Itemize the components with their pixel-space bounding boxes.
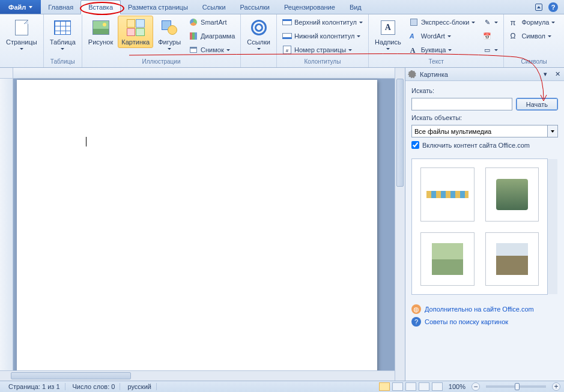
include-office-checkbox[interactable]: Включить контент сайта Office.com [411, 141, 558, 149]
link-more-office[interactable]: ◍Дополнительно на сайте Office.com [411, 304, 558, 314]
view-fullscreen-button[interactable] [392, 382, 403, 391]
screenshot-button[interactable]: Снимок [186, 43, 238, 56]
footer-button[interactable]: Нижний колонтитул [279, 29, 366, 43]
smartart-icon [190, 19, 197, 26]
smartart-button[interactable]: SmartArt [186, 16, 238, 29]
help-icon: ? [411, 317, 421, 327]
workspace: Картинка ▾ ✕ Искать: Начать Искать объек… [0, 68, 564, 381]
chevron-down-icon [547, 125, 557, 137]
tab-insert[interactable]: Вставка [80, 0, 121, 14]
picture-icon [92, 20, 109, 35]
chart-icon [190, 32, 197, 40]
include-office-checkbox-input[interactable] [411, 141, 419, 149]
chart-button[interactable]: Диаграмма [186, 29, 238, 43]
group-links: Ссылки [241, 14, 277, 67]
pagenumber-icon: # [283, 46, 291, 54]
clipart-result-item[interactable] [420, 232, 475, 286]
zoom-level[interactable]: 100% [449, 383, 465, 390]
status-words[interactable]: Число слов: 0 [68, 383, 121, 390]
group-label [2, 57, 41, 66]
zoom-in-button[interactable]: + [552, 382, 560, 391]
horizontal-ruler[interactable] [13, 68, 405, 79]
vertical-scrollbar[interactable] [395, 68, 405, 381]
ruler-corner [0, 68, 13, 79]
group-label: Текст [371, 57, 501, 66]
group-label: Символы [506, 57, 562, 66]
search-label: Искать: [411, 87, 558, 94]
tab-mailings[interactable]: Рассылки [233, 0, 277, 14]
links-button[interactable]: Ссылки [243, 16, 274, 52]
shapes-button[interactable]: Фигуры [154, 16, 184, 52]
shapes-icon [162, 20, 177, 35]
dropcap-icon: A [410, 46, 417, 53]
object-button[interactable]: ▭ [479, 43, 501, 56]
picture-button[interactable]: Рисунок [85, 16, 117, 48]
clipart-result-item[interactable] [485, 232, 539, 286]
taskpane-close-button[interactable]: ✕ [553, 70, 562, 79]
objects-combo[interactable]: Все файлы мультимедиа [411, 125, 558, 137]
document-page[interactable] [17, 80, 377, 381]
clipart-taskpane: Картинка ▾ ✕ Искать: Начать Искать объек… [405, 68, 564, 381]
clipart-button[interactable]: Картинка [118, 16, 153, 48]
wordart-button[interactable]: AWordArt [406, 29, 479, 43]
minimize-ribbon-button[interactable] [535, 4, 542, 11]
group-symbols: πФормула ΩСимвол Символы [504, 14, 564, 67]
signature-button[interactable]: ✎ [479, 16, 501, 29]
group-illustrations: Рисунок Картинка Фигуры SmartArt Диаграм… [82, 14, 241, 67]
datetime-button[interactable]: 📅 [479, 29, 501, 43]
clipart-result-item[interactable] [485, 167, 539, 222]
vertical-ruler[interactable] [0, 79, 13, 381]
textbox-button[interactable]: A Надпись [371, 16, 405, 52]
table-icon [54, 20, 71, 35]
gear-icon[interactable] [408, 70, 416, 79]
object-icon: ▭ [482, 45, 492, 55]
taskpane-dropdown-button[interactable]: ▾ [541, 70, 550, 79]
signature-icon: ✎ [482, 17, 492, 27]
symbol-icon: Ω [510, 32, 518, 40]
document-pane [0, 68, 405, 381]
view-outline-button[interactable] [419, 382, 429, 391]
group-label [243, 57, 274, 66]
symbol-button[interactable]: ΩСимвол [506, 29, 558, 43]
equation-button[interactable]: πФормула [506, 16, 558, 29]
dropcap-button[interactable]: AБуквица [406, 43, 479, 56]
status-language[interactable]: русский [123, 383, 156, 390]
quickparts-button[interactable]: Экспресс-блоки [406, 16, 479, 29]
equation-icon: π [510, 18, 518, 26]
status-page[interactable]: Страница: 1 из 1 [4, 383, 65, 390]
table-button[interactable]: Таблица [46, 16, 79, 52]
group-label: Таблицы [46, 57, 79, 66]
tab-home[interactable]: Главная [41, 0, 80, 14]
zoom-out-button[interactable]: − [472, 382, 480, 391]
tab-view[interactable]: Вид [342, 0, 369, 14]
help-icon[interactable]: ? [548, 2, 558, 12]
view-print-layout-button[interactable] [379, 382, 390, 391]
ribbon-tabs: Файл Главная Вставка Разметка страницы С… [0, 0, 564, 14]
tab-file[interactable]: Файл [0, 0, 41, 14]
footer-icon [282, 33, 292, 39]
pagenumber-button[interactable]: #Номер страницы [279, 43, 366, 56]
group-text: A Надпись Экспресс-блоки AWordArt AБукви… [369, 14, 504, 67]
search-go-button[interactable]: Начать [516, 98, 558, 110]
tab-layout[interactable]: Разметка страницы [121, 0, 195, 14]
zoom-slider[interactable] [486, 385, 546, 388]
clipart-result-item[interactable] [420, 167, 475, 222]
clipart-results [411, 158, 548, 295]
tab-review[interactable]: Рецензирование [277, 0, 342, 14]
results-scrollbar[interactable] [547, 159, 557, 294]
group-headerfooter: Верхний колонтитул Нижний колонтитул #Но… [277, 14, 369, 67]
horizontal-scrollbar[interactable] [0, 370, 395, 381]
search-input[interactable] [411, 98, 512, 110]
view-draft-button[interactable] [432, 382, 443, 391]
link-search-tips[interactable]: ?Советы по поиску картинок [411, 317, 558, 327]
tab-references[interactable]: Ссылки [195, 0, 233, 14]
view-web-button[interactable] [405, 382, 416, 391]
text-cursor [86, 137, 86, 146]
pages-button[interactable]: Страницы [2, 16, 41, 52]
globe-icon: ◍ [411, 304, 421, 314]
group-tables: Таблица Таблицы [44, 14, 82, 67]
textbox-icon: A [381, 20, 395, 35]
header-button[interactable]: Верхний колонтитул [279, 16, 366, 29]
status-bar: Страница: 1 из 1 Число слов: 0 русский 1… [0, 381, 564, 392]
group-pages: Страницы [0, 14, 44, 67]
